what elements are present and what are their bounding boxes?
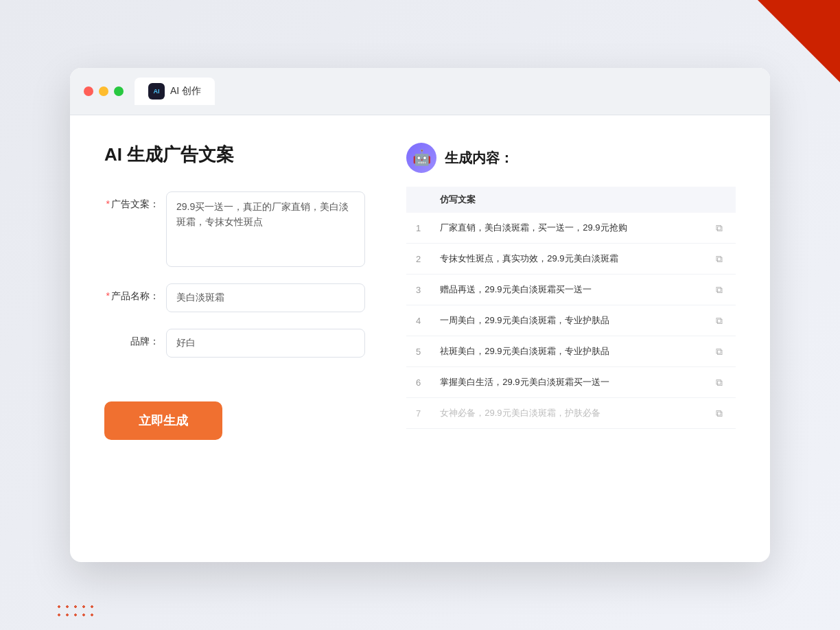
- tab-label: AI 创作: [170, 85, 201, 97]
- minimize-button[interactable]: [99, 86, 108, 96]
- row-text: 一周美白，29.9元美白淡斑霜，专业护肤品: [430, 305, 703, 336]
- product-name-input[interactable]: [166, 283, 365, 312]
- table-row: 1厂家直销，美白淡斑霜，买一送一，29.9元抢购⧉: [406, 213, 736, 244]
- left-panel: AI 生成广告文案 *广告文案： *产品名称： 品牌： 立: [104, 143, 365, 440]
- copy-icon[interactable]: ⧉: [712, 375, 726, 389]
- copy-cell: ⧉: [703, 367, 736, 398]
- copy-cell: ⧉: [703, 244, 736, 275]
- brand-input[interactable]: [166, 329, 365, 358]
- row-number: 7: [406, 398, 430, 429]
- col-copy-header: [703, 187, 736, 213]
- row-text: 厂家直销，美白淡斑霜，买一送一，29.9元抢购: [430, 213, 703, 244]
- row-text: 掌握美白生活，29.9元美白淡斑霜买一送一: [430, 367, 703, 398]
- robot-icon: [406, 143, 436, 173]
- main-content: AI 生成广告文案 *广告文案： *产品名称： 品牌： 立: [70, 115, 770, 467]
- row-text: 专抹女性斑点，真实功效，29.9元美白淡斑霜: [430, 244, 703, 275]
- browser-window: AI 创作 AI 生成广告文案 *广告文案： *产品名称：: [70, 68, 770, 562]
- tab-ai-create[interactable]: AI 创作: [135, 78, 215, 105]
- brand-row: 品牌：: [104, 329, 365, 358]
- ad-copy-label: *广告文案：: [104, 191, 159, 211]
- brand-label: 品牌：: [104, 329, 159, 348]
- close-button[interactable]: [84, 86, 93, 96]
- row-number: 5: [406, 336, 430, 367]
- title-bar: AI 创作: [70, 68, 770, 115]
- copy-icon[interactable]: ⧉: [712, 283, 726, 296]
- row-number: 6: [406, 367, 430, 398]
- table-row: 5祛斑美白，29.9元美白淡斑霜，专业护肤品⧉: [406, 336, 736, 367]
- copy-icon[interactable]: ⧉: [712, 221, 726, 235]
- copy-cell: ⧉: [703, 336, 736, 367]
- table-row: 6掌握美白生活，29.9元美白淡斑霜买一送一⧉: [406, 367, 736, 398]
- result-title: 生成内容：: [445, 149, 513, 167]
- row-number: 3: [406, 275, 430, 305]
- page-title: AI 生成广告文案: [104, 143, 365, 167]
- ai-tab-icon: [148, 83, 165, 100]
- row-number: 1: [406, 213, 430, 244]
- copy-icon[interactable]: ⧉: [712, 345, 726, 358]
- window-controls: [84, 86, 124, 96]
- row-text: 赠品再送，29.9元美白淡斑霜买一送一: [430, 275, 703, 305]
- right-panel: 生成内容： 仿写文案 1厂家直销，美白淡斑霜，买一送一，29.9元抢购⧉2专抹女…: [406, 143, 736, 440]
- table-row: 3赠品再送，29.9元美白淡斑霜买一送一⧉: [406, 275, 736, 305]
- table-row: 2专抹女性斑点，真实功效，29.9元美白淡斑霜⧉: [406, 244, 736, 275]
- required-star-2: *: [106, 290, 110, 301]
- required-star-1: *: [106, 198, 110, 209]
- col-num-header: [406, 187, 430, 213]
- generate-button[interactable]: 立即生成: [104, 401, 222, 440]
- table-row: 4一周美白，29.9元美白淡斑霜，专业护肤品⧉: [406, 305, 736, 336]
- row-text: 祛斑美白，29.9元美白淡斑霜，专业护肤品: [430, 336, 703, 367]
- result-table: 仿写文案 1厂家直销，美白淡斑霜，买一送一，29.9元抢购⧉2专抹女性斑点，真实…: [406, 187, 736, 429]
- table-row: 7女神必备，29.9元美白淡斑霜，护肤必备⧉: [406, 398, 736, 429]
- product-name-label: *产品名称：: [104, 283, 159, 303]
- copy-cell: ⧉: [703, 213, 736, 244]
- copy-cell: ⧉: [703, 305, 736, 336]
- ad-copy-input[interactable]: [166, 191, 365, 267]
- ad-copy-row: *广告文案：: [104, 191, 365, 267]
- row-text: 女神必备，29.9元美白淡斑霜，护肤必备: [430, 398, 703, 429]
- copy-icon[interactable]: ⧉: [712, 406, 726, 420]
- copy-cell: ⧉: [703, 398, 736, 429]
- row-number: 4: [406, 305, 430, 336]
- table-header-row: 仿写文案: [406, 187, 736, 213]
- col-text-header: 仿写文案: [430, 187, 703, 213]
- row-number: 2: [406, 244, 430, 275]
- maximize-button[interactable]: [114, 86, 124, 96]
- copy-icon[interactable]: ⧉: [712, 314, 726, 327]
- result-header: 生成内容：: [406, 143, 736, 173]
- copy-icon[interactable]: ⧉: [712, 252, 726, 266]
- product-name-row: *产品名称：: [104, 283, 365, 312]
- copy-cell: ⧉: [703, 275, 736, 305]
